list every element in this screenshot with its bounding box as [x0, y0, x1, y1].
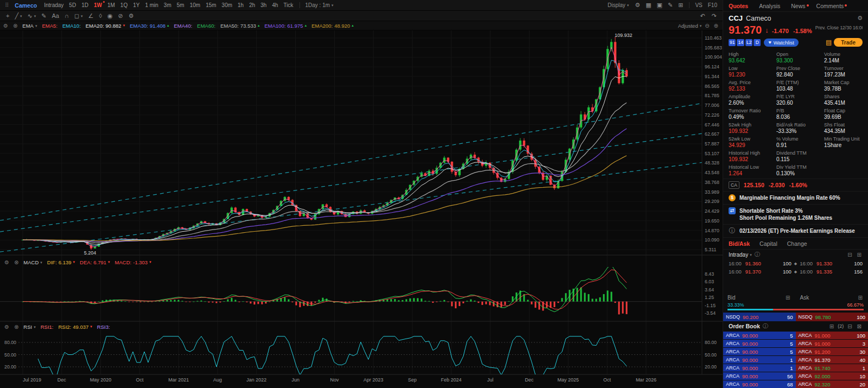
f10-button[interactable]: F10 [706, 0, 719, 10]
chart-area[interactable]: Jul 2019DecMay 2020OctMar 2021AugJan 202… [0, 30, 723, 388]
indicator-name-dropdown[interactable]: MACD▾ [23, 259, 42, 265]
ca-listing-row[interactable]: CA 125.150 -2.030 -1.60% [723, 179, 868, 191]
timeframe-intraday[interactable]: Intraday [41, 0, 66, 10]
timeframe-5d[interactable]: 5D [66, 0, 79, 10]
magnet-tool-icon[interactable]: ∩ [62, 11, 72, 21]
timeframe-10m[interactable]: 10m [187, 0, 203, 10]
timeframe-1y[interactable]: 1Y [130, 0, 142, 10]
timeframe-1q[interactable]: 1Q [118, 0, 130, 10]
add-panel-icon[interactable]: ⊞ [675, 0, 686, 10]
crosshair-tool-icon[interactable]: + [3, 11, 12, 21]
margin-notice[interactable]: $ Marginable Financing Margin Rate 60% [723, 191, 868, 204]
indicator-remove-icon[interactable]: ⊗ [14, 324, 18, 330]
positions-icon[interactable]: ▤ [826, 39, 832, 46]
timeframe-5m[interactable]: 5m [174, 0, 187, 10]
order-book-info-icon[interactable]: ⓘ [763, 322, 768, 330]
visibility-tool-icon[interactable]: ◉ [105, 11, 116, 21]
zoom-out-icon[interactable]: ⊖ [704, 23, 710, 29]
adjusted-dropdown[interactable]: Adjusted▾ [678, 23, 702, 29]
undo-icon[interactable]: ↶ [698, 11, 708, 21]
best-quote-row[interactable]: NSDQ 90.200 50 NSDQ 98.780 100 [723, 313, 868, 321]
table-view-icon[interactable]: ⊠ [856, 323, 863, 329]
subtab-bid-ask[interactable]: Bid/Ask [729, 240, 750, 247]
display-dropdown[interactable]: Display▾ [605, 0, 631, 10]
indicator-settings-icon[interactable]: ⚙ [4, 324, 9, 330]
order-book-bid[interactable]: ARCA90.00056 [723, 372, 796, 380]
timeframe-1d[interactable]: 1D [79, 0, 91, 10]
drag-handle-icon[interactable]: ⠿ [3, 2, 10, 8]
annotate-icon[interactable]: ✎ [665, 0, 675, 10]
order-book-ask[interactable]: ARCA91.000100 [796, 332, 868, 339]
ask-grid-icon[interactable]: ⊞ [857, 295, 864, 301]
order-book-ask[interactable]: ARCA92.32020 [796, 380, 868, 388]
indicator-settings-icon[interactable]: ⚙ [4, 259, 9, 265]
order-book-row[interactable]: ARCA90.0001ARCA91.37040 [723, 356, 868, 364]
timeframe-30m[interactable]: 30m [219, 0, 235, 10]
measure-tool-icon[interactable]: ∠ [86, 11, 97, 21]
earnings-notice[interactable]: ⓘ 02/13/2026 (ET) Pre-Market Earnings Re… [723, 224, 868, 237]
order-book-ask[interactable]: ARCA91.20030 [796, 348, 868, 355]
indicator-remove-icon[interactable]: ⊗ [13, 23, 17, 29]
indicator-name-dropdown[interactable]: RSI▾ [23, 324, 35, 330]
order-book-ask[interactable]: ARCA92.00010 [796, 372, 868, 380]
expand-icon[interactable]: ⊞ [856, 252, 863, 258]
candlestick-chart[interactable]: Jul 2019DecMay 2020OctMar 2021AugJan 202… [0, 30, 723, 388]
panel-settings-icon[interactable]: ⚙ [857, 15, 863, 22]
timeframe-3h[interactable]: 3h [258, 0, 269, 10]
order-book-ask[interactable]: ARCA91.37040 [796, 356, 868, 364]
tab-quotes[interactable]: Quotes [723, 3, 754, 9]
order-book-row[interactable]: ARCA90.00068ARCA92.32020 [723, 380, 868, 388]
order-book-ask[interactable]: ARCA91.0003 [796, 340, 868, 347]
trendline-tool-icon[interactable]: ╱▾ [12, 11, 24, 21]
order-book-row[interactable]: ARCA90.0005ARCA91.20030 [723, 348, 868, 355]
zoom-in-icon[interactable]: ⊕ [713, 23, 719, 29]
order-book-bid[interactable]: ARCA90.0005 [723, 332, 796, 339]
layout-grid-icon[interactable]: ▦ [643, 0, 654, 10]
order-book-bid[interactable]: ARCA90.0001 [723, 364, 796, 372]
trade-button[interactable]: Trade [834, 38, 863, 47]
best-ask[interactable]: NSDQ 98.780 100 [796, 313, 868, 321]
order-book-bid[interactable]: ARCA90.00068 [723, 380, 796, 388]
subtab-change[interactable]: Change [787, 240, 807, 247]
order-book-row[interactable]: ARCA90.0001ARCA91.7401 [723, 364, 868, 372]
indicator-name-dropdown[interactable]: EMA▾ [22, 23, 37, 29]
redo-icon[interactable]: ↷ [709, 11, 719, 21]
chart-settings-icon[interactable]: ⚙ [632, 0, 643, 10]
timeframe-4h[interactable]: 4h [269, 0, 280, 10]
depth-view-icon[interactable]: ⊞ [828, 323, 835, 329]
tab-analysis[interactable]: Analysis [754, 3, 786, 9]
tab-comments[interactable]: Comments [811, 3, 850, 9]
timeframe-tick[interactable]: Tick [281, 0, 296, 10]
bid-grid-icon[interactable]: ⊞ [784, 295, 791, 301]
intraday-info-icon[interactable]: ⓘ [755, 251, 760, 258]
timeframe-15m[interactable]: 15m [203, 0, 219, 10]
timeframe-1m[interactable]: 1M [105, 0, 118, 10]
fibonacci-tool-icon[interactable]: ◊ [96, 11, 104, 21]
indicator-settings-icon[interactable]: ⚙ [3, 23, 8, 29]
screenshot-icon[interactable]: ▣ [654, 0, 665, 10]
curve-tool-icon[interactable]: ∿▾ [25, 11, 39, 21]
order-book-row[interactable]: ARCA90.0005ARCA91.0003 [723, 340, 868, 347]
subtab-capital[interactable]: Capital [760, 240, 777, 247]
order-book-bid[interactable]: ARCA90.0005 [723, 348, 796, 355]
order-book-bid[interactable]: ARCA90.0005 [723, 340, 796, 347]
order-book-row[interactable]: ARCA90.0005ARCA91.000100 [723, 332, 868, 339]
eraser-tool-icon[interactable]: ⊘ [115, 11, 125, 21]
list-view-icon[interactable]: ⊟ [846, 323, 853, 329]
text-tool-icon[interactable]: Aa [49, 11, 62, 21]
interval-dropdown[interactable]: 1Day : 1m▾ [303, 0, 336, 10]
tab-news[interactable]: News [786, 3, 810, 9]
order-book-row[interactable]: ARCA90.00056ARCA92.00010 [723, 372, 868, 380]
shortable-notice[interactable]: ⇄ Shortable Short Rate 3% Short Pool Rem… [723, 204, 868, 224]
intraday-dropdown[interactable]: Intraday▾ [729, 252, 752, 258]
timeframe-3m[interactable]: 3m [161, 0, 174, 10]
timeframe-2h[interactable]: 2h [246, 0, 258, 10]
timeframe-1h[interactable]: 1h [235, 0, 246, 10]
timeframe-1-min[interactable]: 1 min [142, 0, 161, 10]
symbol-button[interactable]: Cameco [11, 2, 40, 9]
collapse-icon[interactable]: ⊟ [846, 252, 853, 258]
indicator-remove-icon[interactable]: ⊗ [14, 259, 18, 265]
brush-tool-icon[interactable]: ✎ [39, 11, 49, 21]
order-book-ask[interactable]: ARCA91.7401 [796, 364, 868, 372]
timeframe-1w[interactable]: 1W [91, 0, 105, 10]
